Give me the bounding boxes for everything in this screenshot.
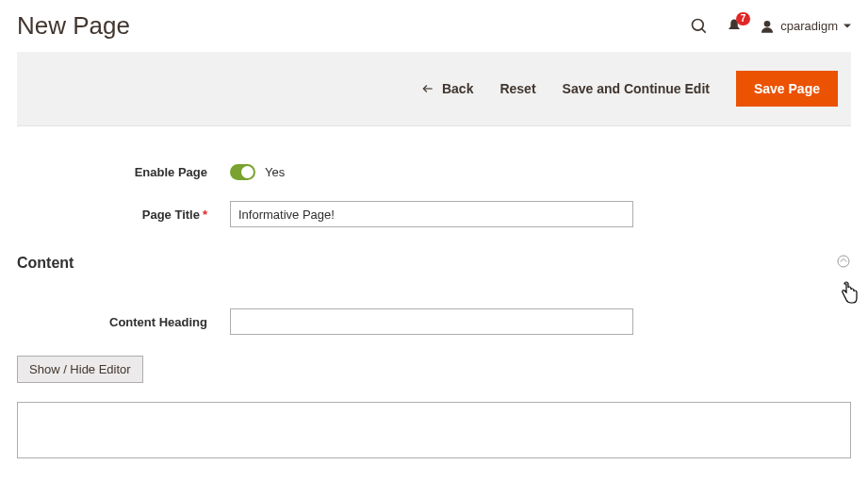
content-section-title: Content: [17, 255, 74, 272]
svg-point-4: [838, 256, 849, 267]
content-section-header[interactable]: Content: [17, 254, 851, 278]
reset-button[interactable]: Reset: [500, 81, 535, 96]
action-bar: Back Reset Save and Continue Edit Save P…: [17, 52, 851, 126]
user-icon: [760, 19, 775, 34]
notifications-icon[interactable]: 7: [726, 18, 743, 35]
username-label: cparadigm: [780, 19, 838, 33]
content-heading-row: Content Heading: [17, 308, 851, 335]
enable-page-value: Yes: [265, 165, 285, 179]
content-section: Content Content Heading Show / Hide Edit…: [17, 254, 851, 461]
arrow-left-icon: [421, 82, 434, 95]
enable-page-row: Enable Page Yes: [17, 164, 851, 180]
page-title-label: Page Title*: [17, 208, 230, 222]
enable-page-label: Enable Page: [17, 165, 230, 179]
page-title: New Page: [17, 11, 130, 41]
user-menu[interactable]: cparadigm: [760, 19, 851, 34]
header-actions: 7 cparadigm: [690, 17, 851, 36]
content-editor[interactable]: [17, 402, 851, 458]
svg-point-2: [764, 21, 771, 27]
svg-point-0: [693, 19, 704, 30]
notification-badge: 7: [736, 12, 751, 25]
save-page-button[interactable]: Save Page: [736, 71, 838, 107]
show-hide-editor-button[interactable]: Show / Hide Editor: [17, 356, 143, 383]
enable-page-toggle[interactable]: [230, 164, 255, 180]
content-heading-input[interactable]: [230, 308, 633, 335]
page-title-input[interactable]: [230, 201, 633, 227]
save-continue-button[interactable]: Save and Continue Edit: [563, 81, 710, 96]
back-button[interactable]: Back: [421, 81, 473, 96]
search-icon[interactable]: [690, 17, 709, 36]
collapse-icon: [836, 254, 851, 272]
required-asterisk: *: [203, 208, 207, 222]
page-title-row: Page Title*: [17, 201, 851, 227]
page-header: New Page 7 cparadigm: [17, 0, 851, 52]
chevron-down-icon: [843, 23, 851, 30]
svg-line-1: [702, 28, 706, 32]
content-heading-label: Content Heading: [17, 315, 230, 329]
